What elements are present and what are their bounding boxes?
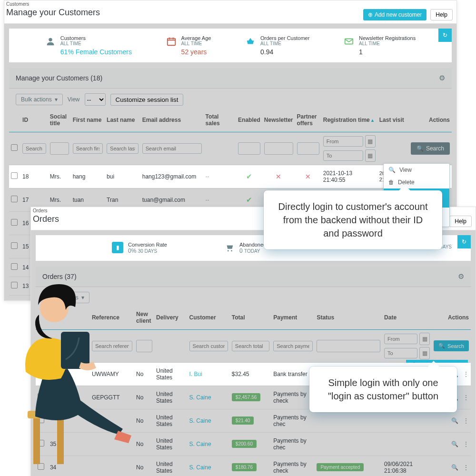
filter-firstname[interactable] [73, 143, 103, 154]
more-icon[interactable]: ⋮ [463, 417, 469, 424]
filter-customer[interactable] [189, 341, 228, 351]
trash-icon: 🗑 [388, 179, 394, 186]
chart-icon: ▮ [112, 242, 123, 253]
date-icon[interactable]: ▦ [365, 149, 376, 162]
more-icon[interactable]: ⋮ [463, 441, 469, 447]
stats-bar: ↻ CustomersALL TIME61% Female Customers … [9, 29, 452, 62]
more-icon[interactable]: ⋮ [463, 394, 469, 401]
row-checkbox[interactable] [11, 219, 18, 226]
view-select[interactable]: -- [85, 93, 106, 106]
filter-to[interactable] [384, 348, 417, 358]
row-checkbox[interactable] [11, 242, 18, 249]
filter-total[interactable] [232, 341, 269, 351]
filter-to[interactable] [323, 150, 363, 161]
filter-status[interactable] [317, 340, 380, 352]
customize-button[interactable]: Customize session list [110, 94, 184, 106]
bulk-actions-button[interactable]: Bulk actions▾ [16, 94, 63, 105]
add-customer-button[interactable]: ⊕ Add new customer [363, 9, 426, 20]
card-title: Manage your Customers (18) ⚙ [9, 68, 452, 89]
svg-rect-1 [167, 39, 175, 46]
search-icon[interactable]: 🔍 [451, 441, 458, 447]
gear-icon[interactable]: ⚙ [439, 74, 445, 82]
filter-lastname[interactable] [107, 143, 139, 154]
cart-icon [224, 243, 235, 253]
search-button[interactable]: 🔍Search [434, 340, 469, 351]
search-icon[interactable]: 🔍 [451, 464, 458, 471]
plus-icon: ⊕ [368, 11, 373, 18]
filter-payment[interactable] [273, 341, 313, 351]
filter-from[interactable] [384, 334, 417, 344]
search-icon: 🔍 [416, 145, 424, 152]
search-icon[interactable]: 🔍 [451, 417, 458, 424]
svg-rect-4 [57, 416, 64, 464]
basket-icon [245, 36, 256, 47]
checkbox-all[interactable] [11, 144, 18, 151]
filter-newsletter[interactable] [264, 142, 293, 155]
menu-view[interactable]: 🔍View [384, 164, 449, 176]
refresh-button[interactable]: ↻ [457, 235, 471, 248]
more-icon[interactable]: ⋮ [463, 464, 469, 471]
menu-delete[interactable]: 🗑Delete [384, 176, 449, 188]
filter-newclient[interactable] [136, 340, 152, 352]
date-icon[interactable]: ▦ [419, 347, 430, 359]
filter-from[interactable] [323, 136, 363, 147]
breadcrumb: Orders [32, 207, 59, 213]
page-title: Manage your Customers [5, 7, 100, 21]
refresh-button[interactable]: ↻ [438, 29, 452, 42]
row-checkbox[interactable] [11, 263, 18, 270]
help-button[interactable]: Help [430, 9, 453, 20]
more-icon[interactable]: ⋮ [463, 371, 469, 377]
illustration-person [10, 278, 138, 469]
search-icon: 🔍 [438, 343, 445, 349]
date-icon[interactable]: ▦ [419, 333, 430, 345]
svg-point-0 [49, 38, 52, 41]
mail-icon [344, 36, 354, 47]
calendar-icon [166, 36, 177, 47]
filter-email[interactable] [142, 143, 202, 154]
tooltip-callout: Directly login to customer's account fro… [264, 190, 442, 249]
svg-rect-3 [33, 416, 40, 464]
filter-id[interactable] [22, 143, 46, 154]
row-checkbox[interactable] [11, 172, 18, 179]
gear-icon[interactable]: ⚙ [458, 272, 464, 281]
chevron-down-icon: ▾ [55, 96, 58, 103]
help-button[interactable]: Help [449, 216, 472, 227]
tooltip-callout: Simple login with only one "login as cus… [309, 367, 457, 412]
filter-partner[interactable] [297, 142, 319, 155]
date-icon[interactable]: ▦ [365, 135, 376, 148]
row-checkbox[interactable] [11, 196, 18, 202]
search-icon: 🔍 [388, 167, 396, 173]
sort-asc-icon[interactable]: ▴ [371, 118, 374, 123]
filter-title[interactable] [50, 142, 69, 155]
person-icon [45, 36, 56, 47]
page-title: Orders [32, 213, 59, 228]
breadcrumb: Customers [5, 0, 100, 7]
search-button[interactable]: 🔍Search [411, 142, 450, 155]
filter-enabled[interactable] [238, 142, 260, 155]
